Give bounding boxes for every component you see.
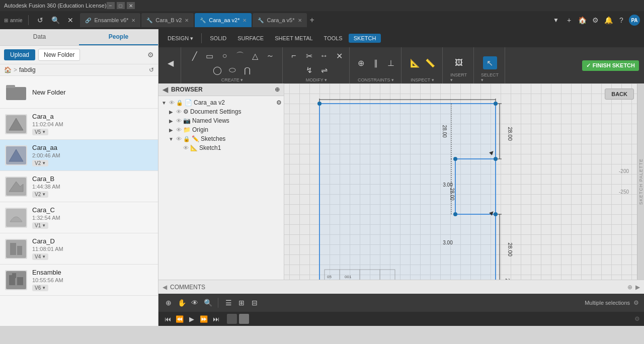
tab-cara-b[interactable]: 🔧 Cara_B v2 ✕ [141, 13, 194, 27]
play-next-btn[interactable]: ⏩ [199, 314, 209, 324]
back-button[interactable]: BACK [605, 89, 634, 100]
back-nav-button[interactable]: ◀ [164, 56, 178, 69]
zoom-btn[interactable]: 🔍 [202, 297, 214, 309]
close-doc-button[interactable]: ✕ [65, 15, 76, 26]
tab-ensamble[interactable]: 🔗 Ensamble v6* ✕ [80, 13, 140, 27]
circle-tool[interactable]: ○ [218, 49, 232, 62]
trim-tool[interactable]: ✂ [302, 49, 316, 62]
grid-btn[interactable]: ⊞ [235, 297, 248, 309]
cursor-btn[interactable]: ⊕ [163, 297, 175, 309]
user-avatar[interactable]: PA [629, 15, 640, 26]
tab-cara-aa-close[interactable]: ✕ [243, 18, 247, 23]
conic-tool[interactable]: ⋂ [240, 63, 255, 76]
tree-settings-icon[interactable]: ⚙ [276, 99, 282, 106]
spline-tool[interactable]: ～ [263, 49, 277, 62]
settings-icon[interactable]: ⚙ [590, 15, 601, 26]
tab-people[interactable]: People [79, 29, 158, 45]
playback-settings-icon[interactable]: ⚙ [634, 315, 640, 322]
tree-lock-sketches[interactable]: 🔒 [183, 136, 190, 142]
tree-item-cara-aa[interactable]: ▼ 👁 🔒 📄 Cara_aa v2 ⚙ [158, 98, 284, 107]
tree-eye-sketch1[interactable]: 👁 [183, 145, 189, 151]
offset-tool[interactable]: ↯ [302, 63, 316, 76]
arc-tool[interactable]: ⌒ [233, 49, 247, 62]
bell-icon[interactable]: 🔔 [603, 15, 614, 26]
search-button[interactable]: 🔍 [50, 15, 61, 26]
cara-a-version[interactable]: V5 ▼ [32, 129, 48, 135]
list-item-cara-a[interactable]: Cara_a 11:02:04 AM V5 ▼ [0, 109, 158, 140]
tree-eye-views[interactable]: 👁 [176, 118, 182, 124]
bottom-settings-icon[interactable]: ⚙ [632, 299, 640, 307]
sheet-metal-menu[interactable]: SHEET METAL [270, 34, 317, 43]
list-item-ensamble[interactable]: Ensamble 10:55:56 AM V6 ▼ [0, 265, 158, 296]
breadcrumb-refresh-icon[interactable]: ↺ [149, 66, 154, 73]
panel-settings-icon[interactable]: ⚙ [147, 51, 154, 59]
grid2-btn[interactable]: ⊟ [249, 297, 261, 309]
browser-left-icon[interactable]: ◀ [163, 284, 167, 291]
tree-lock-cara-aa[interactable]: 🔒 [176, 100, 183, 106]
play-first-btn[interactable]: ⏮ [163, 314, 173, 324]
select-tool[interactable]: ↖ [483, 56, 497, 69]
upload-button[interactable]: Upload [4, 49, 35, 60]
cara-d-version[interactable]: V4 ▼ [32, 253, 48, 260]
new-folder-button[interactable]: New Folder [38, 49, 80, 61]
tree-item-sketch1[interactable]: 👁 📐 Sketch1 [158, 143, 284, 152]
tree-item-named-views[interactable]: ▶ 👁 📷 Named Views [158, 116, 284, 125]
ellipse-tool[interactable]: ◯ [210, 63, 224, 76]
tree-item-sketches[interactable]: ▼ 👁 🔒 ✏️ Sketches [158, 134, 284, 143]
finish-sketch-button[interactable]: ✓ FINISH SKETCH [582, 60, 639, 71]
line-tool[interactable]: ╱ [188, 49, 202, 62]
tab-cara-b-close[interactable]: ✕ [185, 18, 189, 23]
new-tab-button[interactable]: + [308, 16, 316, 25]
insert-image-tool[interactable]: 🖼 [452, 56, 466, 69]
breadcrumb-item[interactable]: fabdig [19, 66, 36, 73]
ensamble-version[interactable]: V6 ▼ [32, 285, 48, 291]
tab-ensamble-close[interactable]: ✕ [131, 18, 135, 23]
cara-b-version[interactable]: V2 ▼ [32, 191, 48, 198]
list-item-new-folder[interactable]: New Folder [0, 76, 158, 109]
comments-expand-icon[interactable]: ▶ [635, 284, 640, 291]
tree-eye-sketches[interactable]: 👁 [176, 136, 182, 142]
canvas-area[interactable]: ◀ BROWSER ⊕ ▼ 👁 🔒 📄 Cara_aa v2 ⚙ [158, 83, 644, 280]
play-last-btn[interactable]: ⏭ [211, 314, 221, 324]
tab-cara-aa[interactable]: 🔧 Cara_aa v2* ✕ [195, 13, 252, 27]
list-item-cara-d[interactable]: Cara_D 11:08:01 AM V4 ▼ [0, 233, 158, 265]
browser-expand-icon[interactable]: ⊕ [275, 86, 280, 93]
tree-item-doc-settings[interactable]: ▶ 👁 ⚙ Document Settings [158, 107, 284, 116]
list-item-cara-b[interactable]: Cara_B 1:44:38 AM V2 ▼ [0, 171, 158, 202]
tree-eye-doc[interactable]: 👁 [176, 109, 182, 115]
breadcrumb-home[interactable]: 🏠 [4, 66, 12, 73]
arrow-down-icon[interactable]: ▼ [550, 15, 561, 26]
sketch-viewport[interactable]: Z BACK [284, 83, 644, 280]
marker-2[interactable] [239, 314, 249, 324]
list-item-cara-aa[interactable]: Cara_aa 2:00:46 AM V2 ▼ [0, 140, 158, 171]
play-prev-btn[interactable]: ⏪ [175, 314, 185, 324]
tab-data[interactable]: Data [0, 29, 79, 45]
tab-cara-a[interactable]: 🔧 Cara_a v5* ✕ [253, 13, 306, 27]
close-button[interactable]: ✕ [127, 2, 135, 9]
rect-tool[interactable]: ▭ [203, 49, 217, 62]
perpendicular-tool[interactable]: ⊥ [384, 56, 398, 69]
surface-menu[interactable]: SURFACE [232, 34, 269, 43]
design-menu[interactable]: DESIGN ▾ [163, 34, 198, 43]
measure-tool[interactable]: 📏 [423, 56, 437, 69]
mirror-tool[interactable]: ⇌ [317, 63, 331, 76]
play-btn[interactable]: ▶ [187, 314, 197, 324]
break-tool[interactable]: ✕ [332, 49, 346, 62]
sketch-menu[interactable]: SKETCH [349, 34, 381, 43]
tools-menu[interactable]: TOOLS [319, 34, 348, 43]
display-btn[interactable]: ☰ [222, 297, 234, 309]
home-icon[interactable]: 🏠 [577, 15, 588, 26]
tree-eye-origin[interactable]: 👁 [176, 127, 182, 133]
marker-1[interactable] [227, 314, 237, 324]
fillet-tool[interactable]: ⌐ [287, 49, 301, 62]
pan-btn[interactable]: ✋ [176, 297, 188, 309]
look-at-btn[interactable]: 👁 [189, 297, 201, 309]
comments-settings-icon[interactable]: ⊕ [627, 284, 632, 291]
refresh-button[interactable]: ↺ [35, 15, 46, 26]
parallel-tool[interactable]: ∥ [369, 56, 383, 69]
tab-cara-a-close[interactable]: ✕ [298, 18, 302, 23]
cara-c-version[interactable]: V1 ▼ [32, 222, 48, 229]
dimension-tool[interactable]: 📐 [408, 56, 422, 69]
list-item-cara-c[interactable]: Cara_C 1:32:54 AM V1 ▼ [0, 202, 158, 233]
browser-collapse-icon[interactable]: ◀ [163, 85, 168, 94]
